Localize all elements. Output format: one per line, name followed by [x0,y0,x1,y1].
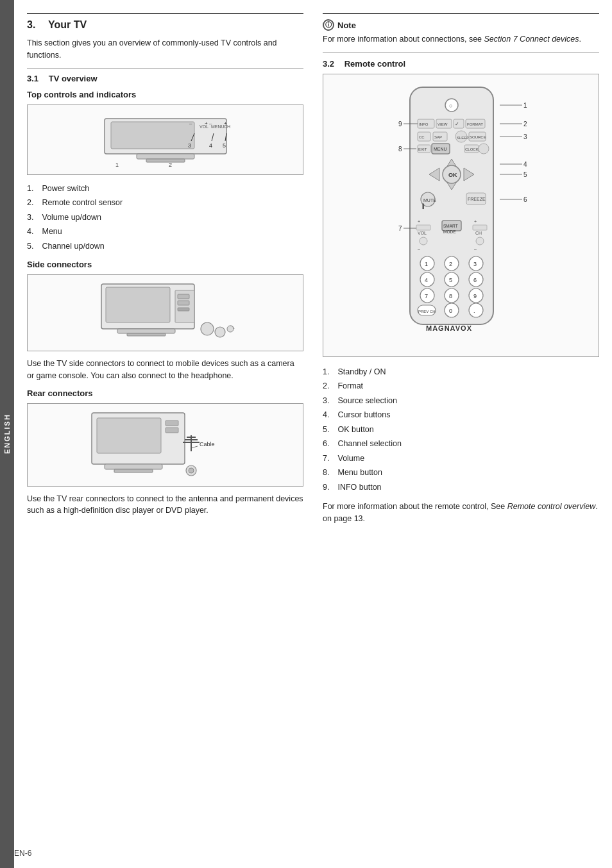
svg-text:–: – [209,121,212,126]
svg-text:7: 7 [398,225,402,232]
svg-text:MAGNAVOX: MAGNAVOX [426,324,472,332]
svg-text:PREV CH: PREV CH [418,310,436,313]
sub-section-3-2-title: 3.2 Remote control [323,59,599,69]
sub1-title: TV overview [49,74,98,83]
svg-text:9: 9 [473,293,477,299]
list-item: 2. Format [323,379,599,394]
svg-rect-25 [178,301,189,305]
sub-section-3-2: 3.2 Remote control [323,59,599,69]
svg-rect-35 [166,428,178,433]
list-item: 6. Channel selection [323,437,599,451]
svg-text:9: 9 [398,121,402,128]
svg-text:VIEW: VIEW [438,122,448,126]
svg-text:MENU: MENU [434,147,447,151]
svg-text:EXIT: EXIT [418,147,427,151]
svg-rect-20 [106,287,170,322]
svg-text:.: . [473,308,475,314]
svg-rect-34 [166,421,178,426]
remote-items-list: 1. Standby / ON 2. Format 3. Source sele… [323,365,599,495]
svg-text:–: – [474,247,477,251]
note-link: Section 7 Connect devices [484,35,579,44]
list-item: 1. Power switch [27,181,303,196]
svg-text:FORMAT: FORMAT [467,122,483,126]
svg-point-69 [479,144,489,154]
svg-text:CH: CH [475,231,482,235]
svg-text:3: 3 [188,142,191,149]
svg-text:+: + [474,219,477,224]
tv-side-diagram [27,274,303,351]
note-text: For more information about connections, … [323,33,599,46]
section3-number: 3. [27,19,35,30]
note-section: ⓘ Note For more information about connec… [323,13,599,46]
tv-side-svg [92,278,239,348]
svg-rect-26 [178,308,189,311]
svg-point-84 [420,237,427,245]
list-item: 3. Source selection [323,394,599,408]
list-item: 5. OK button [323,422,599,437]
svg-text:SLEEP: SLEEP [457,136,469,140]
svg-point-27 [201,322,214,335]
tv-top-diagram: VOL MENU CH 1 2 3 4 5 – + – [27,104,303,175]
side-connectors-label: Side connectors [27,260,303,269]
svg-text:8: 8 [449,293,452,299]
svg-text:6: 6 [523,196,527,203]
svg-rect-24 [178,294,189,299]
svg-rect-2 [137,154,194,159]
svg-text:CC: CC [419,135,425,139]
list-item: 4. Menu [27,224,303,239]
list-item: 4. Cursor buttons [323,408,599,422]
svg-text:SOURCE: SOURCE [470,135,486,139]
svg-line-41 [191,446,198,448]
main-content: 3. Your TV This section gives you an ove… [14,0,612,868]
list-item: 1. Standby / ON [323,365,599,380]
list-item: 5. Channel up/down [27,239,303,254]
list-item: 2. Remote control sensor [27,196,303,210]
rear-connectors-desc: Use the TV rear connectors to connect to… [27,493,303,517]
top-controls-label: Top controls and indicators [27,90,303,99]
svg-text:1: 1 [115,162,119,168]
svg-rect-22 [127,333,166,336]
top-controls-list: 1. Power switch 2. Remote control sensor… [27,181,303,254]
side-connectors-desc: Use the TV side connectors to connect to… [27,358,303,382]
svg-text:Cable: Cable [200,441,215,447]
side-tab-label: ENGLISH [3,414,11,455]
svg-text:5: 5 [523,171,527,178]
svg-point-43 [189,468,194,473]
divider1 [27,68,303,69]
intro-text: This section gives you an overview of co… [27,37,303,62]
svg-text:8: 8 [398,146,402,153]
svg-text:7: 7 [425,293,428,299]
svg-text:✓: ✓ [455,121,459,127]
svg-text:SAP: SAP [434,135,442,139]
right-column: ⓘ Note For more information about connec… [323,13,599,530]
svg-text:2: 2 [449,261,452,267]
svg-text:INFO: INFO [419,122,429,126]
svg-text:+: + [418,219,420,224]
svg-text:OK: OK [448,172,457,178]
svg-point-116 [469,303,483,317]
svg-text:2: 2 [169,162,172,168]
sub1-number: 3.1 [27,74,38,83]
page-number: EN-6 [14,849,31,858]
svg-text:–: – [418,247,420,251]
tv-top-svg: VOL MENU CH 1 2 3 4 5 – + – [92,109,239,170]
svg-rect-82 [416,225,430,230]
svg-rect-32 [105,464,162,469]
svg-rect-1 [111,122,194,149]
svg-text:MUTE: MUTE [423,198,436,203]
section3-title: Your TV [48,19,87,30]
svg-text:FREEZE: FREEZE [468,197,486,201]
remote-diagram: ○ INFO VIEW ✓ FORMAT CC SAP S [323,74,599,357]
divider2 [323,52,599,53]
note-icon: ⓘ [323,19,334,31]
more-info-text: For more information about the remote co… [323,501,599,525]
svg-text:+: + [205,121,208,126]
left-column: 3. Your TV This section gives you an ove… [27,13,303,522]
page-container: ENGLISH 3. Your TV This section gives yo… [0,0,612,868]
svg-point-92 [476,237,484,245]
svg-rect-33 [114,469,153,472]
svg-text:VOL: VOL [418,231,427,235]
note-title-row: ⓘ Note [323,19,599,31]
rear-connectors-label: Rear connectors [27,388,303,398]
svg-point-28 [215,327,225,337]
